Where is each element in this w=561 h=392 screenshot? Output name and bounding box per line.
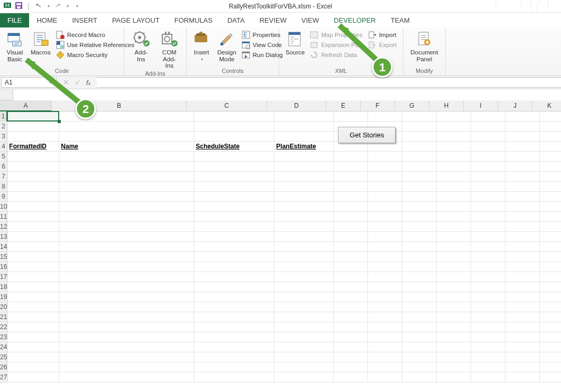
run-dialog-button[interactable]: Run Dialog: [242, 51, 283, 59]
cell[interactable]: [59, 242, 194, 252]
cell[interactable]: [540, 132, 561, 142]
cell[interactable]: [59, 282, 194, 292]
row-header[interactable]: 16: [0, 262, 7, 272]
cell[interactable]: [402, 132, 437, 142]
macro-security-button[interactable]: ! Macro Security: [56, 51, 134, 59]
cell[interactable]: [505, 142, 540, 152]
cell[interactable]: [334, 222, 368, 232]
cell[interactable]: [7, 362, 59, 372]
addins-button[interactable]: Add-Ins: [128, 30, 154, 62]
cell[interactable]: [437, 152, 471, 162]
cell[interactable]: [471, 342, 505, 352]
cell[interactable]: [471, 242, 505, 252]
cell[interactable]: [437, 312, 471, 322]
cell[interactable]: [59, 202, 194, 212]
cell[interactable]: [334, 152, 368, 162]
cell[interactable]: [402, 172, 437, 182]
cell[interactable]: [59, 152, 194, 162]
tab-team[interactable]: TEAM: [383, 13, 417, 27]
cell[interactable]: [437, 332, 471, 342]
cell[interactable]: [334, 162, 368, 172]
column-header-E[interactable]: E: [326, 100, 361, 111]
row-header[interactable]: 2: [0, 122, 7, 132]
cell[interactable]: [194, 222, 274, 232]
row-header[interactable]: 9: [0, 192, 7, 202]
cell[interactable]: [402, 232, 437, 242]
column-header-G[interactable]: G: [395, 100, 429, 111]
cell[interactable]: [274, 172, 334, 182]
row-header[interactable]: 13: [0, 232, 7, 242]
cell[interactable]: [7, 111, 59, 122]
cell[interactable]: FormattedID: [7, 142, 59, 152]
cell[interactable]: [471, 142, 505, 152]
cell[interactable]: [505, 172, 540, 182]
cell[interactable]: [194, 202, 274, 212]
cell[interactable]: [59, 222, 194, 232]
cell[interactable]: [540, 322, 561, 332]
cell[interactable]: [540, 162, 561, 172]
cell[interactable]: [471, 352, 505, 362]
cell[interactable]: [540, 122, 561, 132]
cell[interactable]: [194, 342, 274, 352]
cell[interactable]: [194, 162, 274, 172]
macros-button[interactable]: Macros: [29, 30, 53, 56]
cell[interactable]: [505, 122, 540, 132]
row-header[interactable]: 8: [0, 182, 7, 192]
tab-review[interactable]: REVIEW: [252, 13, 294, 27]
view-code-button[interactable]: View Code: [242, 41, 283, 49]
cell[interactable]: [334, 312, 368, 322]
cell[interactable]: [274, 342, 334, 352]
cell[interactable]: [7, 172, 59, 182]
cell[interactable]: [274, 352, 334, 362]
cell[interactable]: [194, 111, 274, 122]
column-header-B[interactable]: B: [52, 100, 187, 111]
cell[interactable]: [334, 172, 368, 182]
cell[interactable]: [7, 252, 59, 262]
cell[interactable]: [437, 282, 471, 292]
cell[interactable]: [59, 252, 194, 262]
row-header[interactable]: 14: [0, 242, 7, 252]
row-header[interactable]: 17: [0, 272, 7, 282]
cell[interactable]: [194, 122, 274, 132]
cell[interactable]: [437, 122, 471, 132]
cell[interactable]: [505, 332, 540, 342]
row-header[interactable]: 27: [0, 372, 7, 382]
cell[interactable]: [368, 192, 402, 202]
cell[interactable]: [540, 192, 561, 202]
row-header[interactable]: 12: [0, 222, 7, 232]
cell[interactable]: [540, 352, 561, 362]
cell[interactable]: [402, 202, 437, 212]
row-header[interactable]: 21: [0, 312, 7, 322]
tab-insert[interactable]: INSERT: [65, 13, 104, 27]
cell[interactable]: [505, 282, 540, 292]
cell[interactable]: [471, 362, 505, 372]
cell[interactable]: [274, 162, 334, 172]
cell[interactable]: [7, 312, 59, 322]
column-header-I[interactable]: I: [464, 100, 498, 111]
cell[interactable]: [368, 302, 402, 312]
cell[interactable]: [402, 242, 437, 252]
column-header-F[interactable]: F: [361, 100, 395, 111]
cell[interactable]: [368, 182, 402, 192]
tab-view[interactable]: VIEW: [294, 13, 326, 27]
cell[interactable]: [437, 372, 471, 382]
cell[interactable]: [437, 182, 471, 192]
cell[interactable]: [505, 152, 540, 162]
cell[interactable]: [505, 242, 540, 252]
cell[interactable]: [194, 172, 274, 182]
cell[interactable]: [505, 162, 540, 172]
cell[interactable]: [471, 152, 505, 162]
com-addins-button[interactable]: COM Add-Ins: [157, 30, 182, 69]
cell[interactable]: [368, 312, 402, 322]
cell[interactable]: [402, 222, 437, 232]
row-header[interactable]: 5: [0, 152, 7, 162]
cell[interactable]: [194, 242, 274, 252]
record-macro-button[interactable]: Record Macro: [56, 31, 134, 39]
cell[interactable]: [59, 312, 194, 322]
cell[interactable]: [194, 372, 274, 382]
row-header[interactable]: 3: [0, 132, 7, 142]
cell[interactable]: [334, 212, 368, 222]
cell[interactable]: [59, 352, 194, 362]
cell[interactable]: [274, 232, 334, 242]
cell[interactable]: [368, 332, 402, 342]
